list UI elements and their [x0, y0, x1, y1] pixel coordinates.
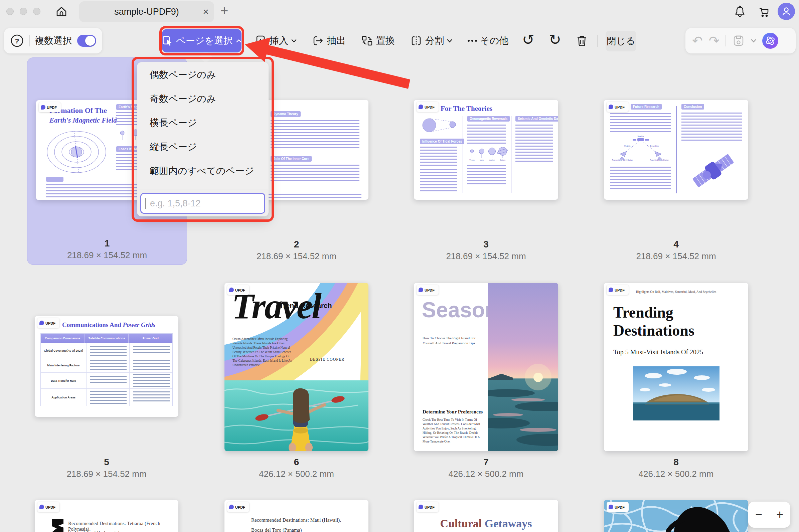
- doc-line: Sumba Island (Indonesia): [68, 530, 119, 532]
- save-icon[interactable]: [732, 34, 745, 47]
- tab-title: sample-UPDF9): [114, 7, 179, 17]
- updf-ai-icon[interactable]: [762, 33, 778, 49]
- updf-logo-icon: [229, 287, 234, 292]
- updf-logo-icon: [41, 105, 45, 110]
- updf-logo-icon: [419, 104, 423, 109]
- page-range-input[interactable]: [140, 193, 265, 214]
- save-options-chevron-icon[interactable]: [751, 39, 756, 43]
- select-pages-button[interactable]: ページを選択: [162, 29, 242, 53]
- home-icon[interactable]: [54, 4, 69, 18]
- menu-item-even-pages[interactable]: 偶数ページのみ: [137, 63, 269, 87]
- planet-label: Venus: [469, 159, 475, 161]
- text-lines: [270, 165, 359, 181]
- right-toolbar-group: ↶ ↷: [685, 28, 796, 53]
- page-thumbnail[interactable]: UPDF: [604, 500, 748, 532]
- page-thumbnail[interactable]: UPDF Highlights On Bali, Maldives, Santo…: [604, 283, 748, 451]
- table-row-label: Data Transfer Rate: [41, 373, 86, 388]
- text-lines: [515, 125, 553, 162]
- more-button[interactable]: その他: [468, 34, 508, 47]
- menu-item-portrait-pages[interactable]: 縦長ページ: [137, 135, 269, 159]
- updf-logo-icon: [609, 505, 613, 509]
- replace-label: 置換: [376, 34, 395, 47]
- text-lines: [90, 376, 127, 383]
- text-lines: [420, 169, 457, 191]
- document-tab[interactable]: sample-UPDF9) ×: [79, 1, 214, 22]
- page-thumbnail[interactable]: UPDF Future Research SatelliteUp LinkDow…: [604, 100, 748, 200]
- window-close-button[interactable]: [6, 8, 14, 15]
- updf-badge: UPDF: [37, 318, 59, 328]
- insert-button[interactable]: 挿入: [254, 34, 297, 47]
- undo-icon[interactable]: ↶: [692, 33, 703, 48]
- rotate-right-icon[interactable]: ↻: [549, 31, 561, 48]
- help-icon[interactable]: ?: [10, 34, 24, 48]
- account-avatar[interactable]: [778, 3, 795, 20]
- text-lines: [467, 165, 506, 184]
- updf-logo-icon: [39, 505, 44, 509]
- svg-text:Saturn: Saturn: [500, 159, 506, 161]
- page-size: 426.12 × 500.2 mm: [225, 469, 368, 479]
- close-organize-button[interactable]: 閉じる: [606, 31, 636, 52]
- section-chip: Role Of The Inner Core: [270, 156, 312, 162]
- doc-line: Bocas del Toro (Panama): [251, 527, 302, 532]
- menu-item-landscape-pages[interactable]: 横長ページ: [137, 111, 269, 135]
- doc-title: TrendingDestinations: [613, 304, 695, 340]
- menu-item-odd-pages[interactable]: 奇数ページのみ: [137, 87, 269, 111]
- section-chip: Dynamo Theory: [270, 111, 301, 117]
- text-lines: [90, 391, 127, 404]
- redo-icon[interactable]: ↷: [709, 33, 720, 48]
- tab-close-icon[interactable]: ×: [203, 7, 209, 17]
- page-thumbnail[interactable]: UPDF For The Theories Influence Of Tidal…: [414, 100, 558, 200]
- text-lines: [270, 120, 359, 148]
- zoom-in-button[interactable]: +: [776, 508, 783, 521]
- updf-badge: UPDF: [417, 502, 439, 512]
- window-zoom-button[interactable]: [33, 8, 40, 15]
- updf-badge: UPDF: [607, 285, 629, 295]
- multi-select-toggle[interactable]: [77, 35, 96, 47]
- extract-button[interactable]: 抽出: [312, 34, 346, 47]
- chevron-down-icon: [447, 39, 452, 43]
- updf-badge: UPDF: [227, 285, 249, 295]
- page-thumbnail[interactable]: UPDF Cultural Getaways: [414, 500, 558, 532]
- multi-select-label: 複数選択: [35, 34, 72, 47]
- zoom-out-button[interactable]: −: [755, 508, 762, 521]
- svg-text:Up Link: Up Link: [624, 145, 631, 147]
- updf-badge: UPDF: [37, 502, 59, 512]
- doc-author: BESSIE COOPER: [310, 357, 344, 362]
- menu-item-all-pages-in-range[interactable]: 範囲内のすべてのページ: [137, 159, 269, 183]
- updf-badge: UPDF: [417, 102, 439, 112]
- text-lines: [90, 360, 127, 370]
- page-tools-group: 挿入 抽出 置換 分割 その他: [254, 28, 508, 53]
- rotate-left-icon[interactable]: ↺: [522, 31, 534, 48]
- section-chip: Geomagnetic Reversals: [467, 116, 510, 121]
- close-organize-label: 閉じる: [607, 35, 635, 48]
- split-label: 分割: [425, 34, 444, 47]
- split-button[interactable]: 分割: [410, 34, 452, 47]
- window-minimize-button[interactable]: [20, 8, 27, 15]
- chevron-down-icon: [291, 39, 297, 43]
- extract-icon: [312, 35, 324, 47]
- table-header: Comparison Dimensions: [41, 334, 84, 343]
- new-tab-button[interactable]: +: [221, 3, 228, 18]
- sunset-photo: [488, 283, 558, 451]
- extract-label: 抽出: [327, 34, 346, 47]
- doc-body: Ocean Adventures Often Include Exploring…: [232, 337, 292, 367]
- section-chip: Future Research: [631, 104, 662, 110]
- section-chip: Seismic And Geodetic Data: [515, 116, 558, 121]
- replace-button[interactable]: 置換: [361, 34, 395, 47]
- store-cart-icon[interactable]: [758, 5, 771, 18]
- updf-badge: UPDF: [607, 502, 629, 512]
- insert-label: 挿入: [270, 34, 288, 47]
- page-number: 7: [414, 457, 558, 468]
- page-thumbnail[interactable]: UPDF Recommended Destinations: Tetiaroa …: [35, 500, 178, 532]
- page-thumbnail[interactable]: UPDF Trend Research Travel Ocean Adventu…: [225, 283, 368, 451]
- delete-page-icon[interactable]: [575, 34, 589, 48]
- page-thumbnail[interactable]: UPDF Recommended Destinations: Maui (Haw…: [225, 500, 368, 532]
- magnetic-field-diagram: [41, 129, 112, 175]
- text-lines: [610, 167, 671, 189]
- page-thumbnail[interactable]: UPDF Season How To Choose The Right Isla…: [414, 283, 558, 451]
- text-lines: [133, 360, 170, 370]
- text-lines: [133, 392, 170, 401]
- notifications-bell-icon[interactable]: [734, 5, 746, 18]
- svg-text:Mars: Mars: [480, 159, 484, 161]
- page-thumbnail[interactable]: UPDF Communications And Power Grids Comp…: [35, 316, 178, 417]
